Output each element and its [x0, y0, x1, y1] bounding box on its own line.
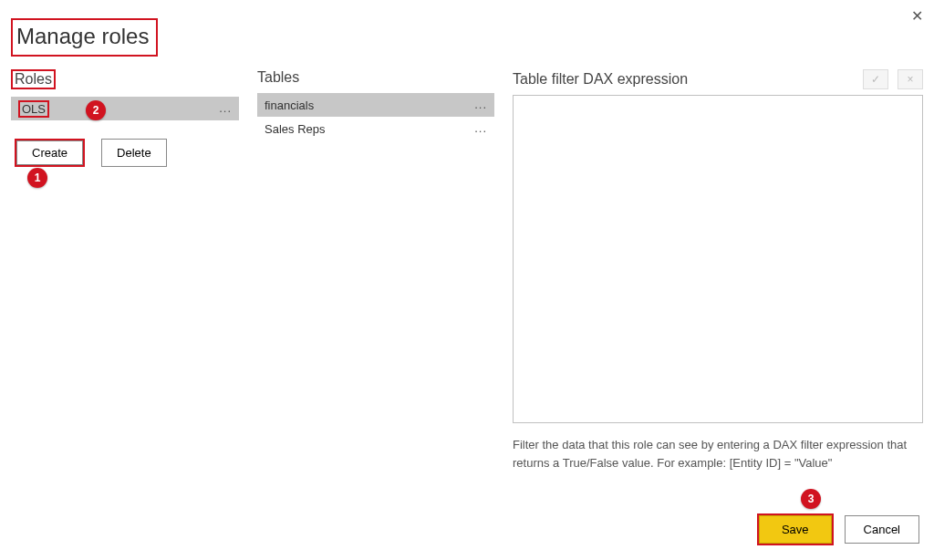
check-icon: ✓: [871, 73, 880, 86]
expression-toolbar: ✓ ×: [863, 69, 923, 89]
cancel-button[interactable]: Cancel: [845, 515, 919, 544]
dialog-footer: Save Cancel: [757, 513, 919, 545]
save-button-wrap: Save: [757, 513, 834, 545]
roles-buttons: Create Delete: [15, 139, 239, 167]
expression-header-row: Table filter DAX expression ✓ ×: [513, 69, 923, 89]
more-icon[interactable]: ...: [474, 102, 487, 108]
roles-header-wrap: Roles: [11, 69, 239, 89]
expression-header: Table filter DAX expression: [513, 71, 688, 88]
role-item-label: OLS: [18, 100, 49, 118]
expression-column: Table filter DAX expression ✓ × Filter t…: [513, 69, 923, 472]
roles-column: Roles OLS ... Create Delete: [11, 69, 239, 472]
annotation-badge-2: 2: [86, 100, 106, 120]
roles-header: Roles: [11, 69, 56, 89]
confirm-button[interactable]: ✓: [863, 69, 888, 89]
revert-button[interactable]: ×: [898, 69, 923, 89]
table-item-salesreps[interactable]: Sales Reps ...: [257, 117, 494, 140]
more-icon[interactable]: ...: [474, 126, 487, 131]
more-icon[interactable]: ...: [219, 106, 232, 111]
table-item-label: financials: [265, 99, 314, 112]
create-button[interactable]: Create: [16, 140, 83, 165]
delete-button[interactable]: Delete: [101, 139, 167, 167]
tables-column: Tables financials ... Sales Reps ...: [257, 69, 494, 472]
dialog-title: Manage roles: [11, 18, 158, 57]
create-button-wrap: Create: [15, 139, 85, 167]
roles-list: OLS ...: [11, 97, 239, 120]
expression-hint: Filter the data that this role can see b…: [513, 436, 923, 472]
tables-header: Tables: [257, 69, 494, 86]
table-item-label: Sales Reps: [265, 122, 325, 136]
dax-expression-input[interactable]: [513, 95, 923, 423]
save-button[interactable]: Save: [759, 515, 832, 544]
columns-container: Roles OLS ... Create Delete Tables finan…: [11, 69, 923, 472]
x-icon: ×: [907, 73, 913, 86]
close-icon[interactable]: ✕: [911, 7, 923, 25]
role-item-ols[interactable]: OLS ...: [11, 97, 239, 120]
annotation-badge-3: 3: [801, 489, 821, 509]
table-item-financials[interactable]: financials ...: [257, 93, 494, 117]
annotation-badge-1: 1: [27, 168, 47, 188]
tables-list: financials ... Sales Reps ...: [257, 93, 494, 140]
